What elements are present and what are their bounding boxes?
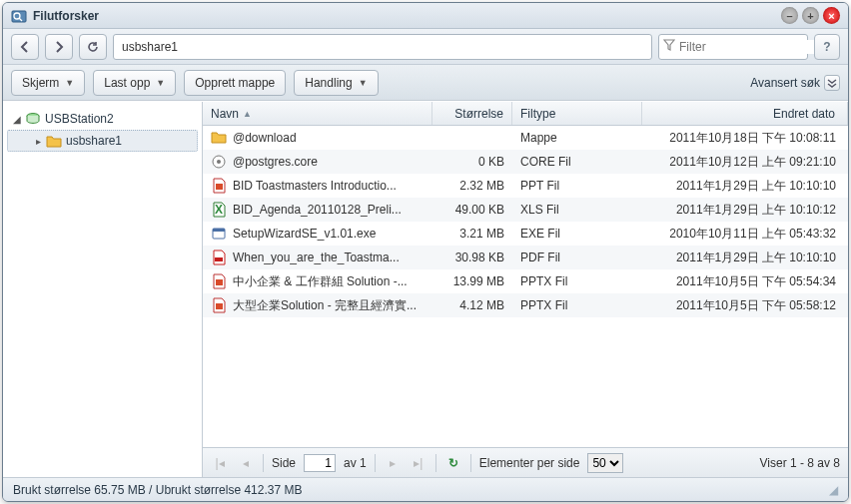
statusbar: Brukt størrelse 65.75 MB / Ubrukt større…	[3, 477, 848, 501]
cell-type: Mappe	[512, 131, 642, 145]
filter-icon	[663, 39, 679, 54]
back-button[interactable]	[11, 34, 39, 60]
file-explorer-window: Filutforsker – + × ? Skjerm▼ Last opp▼ O…	[2, 2, 849, 502]
xls-icon: X	[211, 202, 227, 218]
app-icon	[11, 8, 27, 24]
file-rows: @downloadMappe2011年10月18日 下午 10:08:11@po…	[203, 126, 848, 447]
core-icon	[211, 154, 227, 170]
create-folder-button[interactable]: Opprett mappe	[184, 70, 286, 96]
file-name: BID Toastmasters Introductio...	[233, 179, 397, 193]
cell-type: EXE Fil	[512, 227, 642, 241]
svg-rect-9	[213, 229, 225, 232]
first-page-button[interactable]: |◂	[211, 454, 229, 472]
cell-name: XBID_Agenda_20110128_Preli...	[203, 202, 432, 218]
column-type[interactable]: Filtype	[512, 102, 642, 125]
pdf-icon	[211, 250, 227, 265]
cell-type: CORE Fil	[512, 155, 642, 169]
forward-button[interactable]	[45, 34, 73, 60]
cell-size: 49.00 KB	[432, 203, 512, 217]
page-input[interactable]	[304, 454, 336, 472]
tree-child-label: usbshare1	[66, 134, 122, 148]
svg-point-5	[217, 160, 221, 164]
file-name: 大型企業Solution - 完整且經濟實...	[233, 297, 417, 314]
tree-root-label: USBStation2	[45, 112, 114, 126]
cell-type: PPT Fil	[512, 179, 642, 193]
cell-type: PDF Fil	[512, 251, 642, 264]
cell-size: 30.98 KB	[432, 251, 512, 264]
table-row[interactable]: 大型企業Solution - 完整且經濟實...4.12 MBPPTX Fil2…	[203, 293, 848, 317]
folder-icon	[211, 130, 227, 146]
help-button[interactable]: ?	[814, 34, 840, 60]
column-name[interactable]: Navn▲	[203, 102, 432, 125]
table-row[interactable]: @downloadMappe2011年10月18日 下午 10:08:11	[203, 126, 848, 150]
refresh-list-button[interactable]: ↻	[444, 454, 462, 472]
sort-asc-icon: ▲	[243, 109, 252, 119]
refresh-button[interactable]	[79, 34, 107, 60]
advanced-search-toggle[interactable]: Avansert søk	[750, 75, 840, 91]
tree-root[interactable]: ◢ USBStation2	[7, 108, 198, 130]
cell-name: SetupWizardSE_v1.01.exe	[203, 226, 432, 242]
table-row[interactable]: 中小企業 & 工作群組 Solution -...13.99 MBPPTX Fi…	[203, 269, 848, 293]
last-page-button[interactable]: ▸|	[410, 454, 427, 472]
showing-label: Viser 1 - 8 av 8	[760, 456, 840, 470]
cell-name: @postgres.core	[203, 154, 432, 170]
column-size[interactable]: Størrelse	[432, 102, 512, 125]
svg-rect-12	[216, 303, 223, 309]
exe-icon	[211, 226, 227, 242]
titlebar: Filutforsker – + ×	[3, 3, 848, 29]
filter-input[interactable]	[679, 40, 829, 54]
close-button[interactable]: ×	[823, 7, 840, 24]
upload-label: Last opp	[104, 76, 150, 90]
table-row[interactable]: @postgres.core0 KBCORE Fil2011年10月12日 上午…	[203, 150, 848, 174]
caret-icon: ▼	[359, 78, 368, 88]
file-name: SetupWizardSE_v1.01.exe	[233, 227, 376, 241]
table-row[interactable]: BID Toastmasters Introductio...2.32 MBPP…	[203, 174, 848, 198]
cell-type: XLS Fil	[512, 203, 642, 217]
main-area: ◢ USBStation2 ▸ usbshare1 Navn▲ Størrels…	[3, 101, 848, 477]
cell-name: @download	[203, 130, 432, 146]
upload-button[interactable]: Last opp▼	[93, 70, 176, 96]
cell-date: 2011年1月29日 上午 10:10:12	[642, 202, 848, 219]
collapse-icon[interactable]: ◢	[11, 114, 23, 125]
navbar: ?	[3, 29, 848, 65]
file-list-panel: Navn▲ Størrelse Filtype Endret dato @dow…	[203, 102, 848, 477]
cell-date: 2011年10月5日 下午 05:58:12	[642, 297, 848, 314]
action-button[interactable]: Handling▼	[294, 70, 378, 96]
toolbar: Skjerm▼ Last opp▼ Opprett mappe Handling…	[3, 65, 848, 101]
cell-name: 大型企業Solution - 完整且經濟實...	[203, 297, 432, 314]
expand-icon[interactable]: ▸	[32, 136, 44, 147]
column-date[interactable]: Endret dato	[642, 102, 848, 125]
table-row[interactable]: XBID_Agenda_20110128_Preli...49.00 KBXLS…	[203, 198, 848, 222]
table-row[interactable]: SetupWizardSE_v1.01.exe3.21 MBEXE Fil201…	[203, 222, 848, 246]
cell-size: 4.12 MB	[432, 298, 512, 312]
filter-field[interactable]	[658, 34, 808, 60]
prev-page-button[interactable]: ◂	[237, 454, 255, 472]
status-text: Brukt størrelse 65.75 MB / Ubrukt større…	[13, 483, 302, 497]
per-page-select[interactable]: 50	[587, 453, 623, 473]
maximize-button[interactable]: +	[802, 7, 819, 24]
page-label: Side	[272, 456, 296, 470]
pager: |◂ ◂ Side av 1 ▸ ▸| ↻ Elementer per side…	[203, 447, 848, 477]
tree-child-selected[interactable]: ▸ usbshare1	[7, 130, 198, 152]
screen-button[interactable]: Skjerm▼	[11, 70, 85, 96]
resize-handle-icon[interactable]: ◢	[829, 483, 838, 497]
file-name: 中小企業 & 工作群組 Solution -...	[233, 273, 408, 290]
cell-date: 2011年1月29日 上午 10:10:10	[642, 178, 848, 195]
path-input[interactable]	[113, 34, 652, 60]
screen-label: Skjerm	[22, 76, 59, 90]
folder-icon	[46, 134, 62, 148]
per-page-label: Elementer per side	[479, 456, 580, 470]
folder-tree: ◢ USBStation2 ▸ usbshare1	[3, 102, 203, 477]
action-label: Handling	[305, 76, 352, 90]
table-row[interactable]: When_you_are_the_Toastma...30.98 KBPDF F…	[203, 246, 848, 269]
svg-rect-10	[215, 257, 223, 261]
minimize-button[interactable]: –	[781, 7, 798, 24]
cell-date: 2011年1月29日 上午 10:10:10	[642, 250, 848, 266]
window-title: Filutforsker	[33, 9, 777, 23]
cell-date: 2011年10月12日 上午 09:21:10	[642, 154, 848, 171]
next-page-button[interactable]: ▸	[384, 454, 402, 472]
cell-size: 3.21 MB	[432, 227, 512, 241]
pptx-icon	[211, 273, 227, 289]
page-total-label: av 1	[344, 456, 367, 470]
chevrons-down-icon	[824, 75, 840, 91]
